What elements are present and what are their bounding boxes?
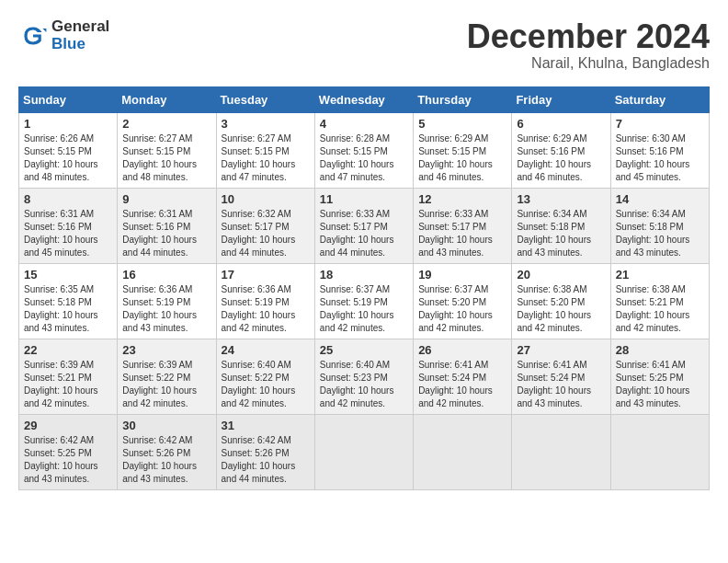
day-info: Sunrise: 6:32 AMSunset: 5:17 PMDaylight:… <box>222 208 310 259</box>
day-number: 25 <box>320 343 408 357</box>
calendar-day-cell: 8Sunrise: 6:31 AMSunset: 5:16 PMDaylight… <box>19 188 118 263</box>
day-info: Sunrise: 6:38 AMSunset: 5:20 PMDaylight:… <box>517 283 605 335</box>
calendar-day-cell: 7Sunrise: 6:30 AMSunset: 5:16 PMDaylight… <box>610 112 709 188</box>
day-info: Sunrise: 6:36 AMSunset: 5:19 PMDaylight:… <box>122 283 210 335</box>
calendar-day-cell: 17Sunrise: 6:36 AMSunset: 5:19 PMDayligh… <box>216 263 314 339</box>
day-number: 4 <box>320 117 408 131</box>
weekday-header-wednesday: Wednesday <box>314 86 413 112</box>
calendar-day-cell: 13Sunrise: 6:34 AMSunset: 5:18 PMDayligh… <box>512 188 610 263</box>
day-number: 2 <box>122 117 210 131</box>
day-info: Sunrise: 6:42 AMSunset: 5:25 PMDaylight:… <box>24 434 112 486</box>
calendar-day-cell: 6Sunrise: 6:29 AMSunset: 5:16 PMDaylight… <box>512 112 610 188</box>
day-number: 18 <box>320 268 408 282</box>
page-container: General Blue December 2024 Narail, Khuln… <box>18 18 710 490</box>
calendar-day-cell: 16Sunrise: 6:36 AMSunset: 5:19 PMDayligh… <box>118 263 216 339</box>
calendar-week-row: 8Sunrise: 6:31 AMSunset: 5:16 PMDaylight… <box>19 188 710 263</box>
calendar-day-cell: 28Sunrise: 6:41 AMSunset: 5:25 PMDayligh… <box>610 339 709 414</box>
calendar-table: SundayMondayTuesdayWednesdayThursdayFrid… <box>18 86 710 490</box>
title-block: December 2024 Narail, Khulna, Bangladesh <box>467 18 710 72</box>
weekday-header-monday: Monday <box>118 86 216 112</box>
weekday-header-tuesday: Tuesday <box>216 86 314 112</box>
weekday-header-friday: Friday <box>512 86 610 112</box>
day-number: 5 <box>418 117 506 131</box>
day-info: Sunrise: 6:39 AMSunset: 5:22 PMDaylight:… <box>122 359 210 410</box>
logo-icon <box>18 21 48 51</box>
day-number: 12 <box>418 192 506 206</box>
day-number: 15 <box>24 268 112 282</box>
header: General Blue December 2024 Narail, Khuln… <box>18 18 710 72</box>
calendar-day-cell: 5Sunrise: 6:29 AMSunset: 5:15 PMDaylight… <box>414 112 512 188</box>
day-number: 24 <box>222 343 310 357</box>
calendar-day-cell: 10Sunrise: 6:32 AMSunset: 5:17 PMDayligh… <box>216 188 314 263</box>
calendar-week-row: 1Sunrise: 6:26 AMSunset: 5:15 PMDaylight… <box>19 112 710 188</box>
calendar-day-cell: 1Sunrise: 6:26 AMSunset: 5:15 PMDaylight… <box>19 112 118 188</box>
weekday-header-saturday: Saturday <box>610 86 709 112</box>
weekday-header-sunday: Sunday <box>19 86 118 112</box>
day-number: 7 <box>616 117 704 131</box>
calendar-day-cell: 14Sunrise: 6:34 AMSunset: 5:18 PMDayligh… <box>610 188 709 263</box>
day-info: Sunrise: 6:37 AMSunset: 5:19 PMDaylight:… <box>320 283 408 335</box>
calendar-day-cell: 15Sunrise: 6:35 AMSunset: 5:18 PMDayligh… <box>19 263 118 339</box>
day-number: 11 <box>320 192 408 206</box>
day-info: Sunrise: 6:40 AMSunset: 5:23 PMDaylight:… <box>320 359 408 410</box>
calendar-day-cell: 2Sunrise: 6:27 AMSunset: 5:15 PMDaylight… <box>118 112 216 188</box>
day-info: Sunrise: 6:42 AMSunset: 5:26 PMDaylight:… <box>222 434 310 486</box>
day-info: Sunrise: 6:39 AMSunset: 5:21 PMDaylight:… <box>24 359 112 410</box>
day-number: 8 <box>24 192 112 206</box>
day-info: Sunrise: 6:41 AMSunset: 5:25 PMDaylight:… <box>616 359 704 410</box>
calendar-empty-cell <box>610 414 709 489</box>
day-info: Sunrise: 6:38 AMSunset: 5:21 PMDaylight:… <box>616 283 704 335</box>
location: Narail, Khulna, Bangladesh <box>467 55 710 72</box>
day-info: Sunrise: 6:26 AMSunset: 5:15 PMDaylight:… <box>24 132 112 184</box>
day-number: 20 <box>517 268 605 282</box>
day-number: 23 <box>122 343 210 357</box>
calendar-day-cell: 11Sunrise: 6:33 AMSunset: 5:17 PMDayligh… <box>314 188 413 263</box>
day-info: Sunrise: 6:29 AMSunset: 5:15 PMDaylight:… <box>418 132 506 184</box>
calendar-day-cell: 22Sunrise: 6:39 AMSunset: 5:21 PMDayligh… <box>19 339 118 414</box>
day-number: 21 <box>616 268 704 282</box>
calendar-empty-cell <box>512 414 610 489</box>
calendar-empty-cell <box>314 414 413 489</box>
logo: General Blue <box>18 18 109 52</box>
calendar-empty-cell <box>414 414 512 489</box>
day-number: 13 <box>517 192 605 206</box>
day-info: Sunrise: 6:40 AMSunset: 5:22 PMDaylight:… <box>222 359 310 410</box>
day-info: Sunrise: 6:27 AMSunset: 5:15 PMDaylight:… <box>222 132 310 184</box>
day-number: 6 <box>517 117 605 131</box>
calendar-day-cell: 24Sunrise: 6:40 AMSunset: 5:22 PMDayligh… <box>216 339 314 414</box>
day-number: 27 <box>517 343 605 357</box>
day-info: Sunrise: 6:31 AMSunset: 5:16 PMDaylight:… <box>122 208 210 259</box>
day-info: Sunrise: 6:27 AMSunset: 5:15 PMDaylight:… <box>122 132 210 184</box>
weekday-header-thursday: Thursday <box>414 86 512 112</box>
day-number: 30 <box>122 419 210 432</box>
calendar-header-row: SundayMondayTuesdayWednesdayThursdayFrid… <box>19 86 710 112</box>
day-info: Sunrise: 6:35 AMSunset: 5:18 PMDaylight:… <box>24 283 112 335</box>
day-info: Sunrise: 6:33 AMSunset: 5:17 PMDaylight:… <box>418 208 506 259</box>
day-number: 26 <box>418 343 506 357</box>
calendar-day-cell: 27Sunrise: 6:41 AMSunset: 5:24 PMDayligh… <box>512 339 610 414</box>
logo-text: General Blue <box>51 18 109 52</box>
calendar-day-cell: 30Sunrise: 6:42 AMSunset: 5:26 PMDayligh… <box>118 414 216 489</box>
calendar-day-cell: 4Sunrise: 6:28 AMSunset: 5:15 PMDaylight… <box>314 112 413 188</box>
calendar-week-row: 15Sunrise: 6:35 AMSunset: 5:18 PMDayligh… <box>19 263 710 339</box>
day-number: 19 <box>418 268 506 282</box>
calendar-day-cell: 21Sunrise: 6:38 AMSunset: 5:21 PMDayligh… <box>610 263 709 339</box>
day-info: Sunrise: 6:41 AMSunset: 5:24 PMDaylight:… <box>418 359 506 410</box>
day-info: Sunrise: 6:28 AMSunset: 5:15 PMDaylight:… <box>320 132 408 184</box>
day-number: 1 <box>24 117 112 131</box>
calendar-day-cell: 29Sunrise: 6:42 AMSunset: 5:25 PMDayligh… <box>19 414 118 489</box>
day-info: Sunrise: 6:42 AMSunset: 5:26 PMDaylight:… <box>122 434 210 486</box>
calendar-day-cell: 3Sunrise: 6:27 AMSunset: 5:15 PMDaylight… <box>216 112 314 188</box>
day-number: 3 <box>222 117 310 131</box>
calendar-day-cell: 19Sunrise: 6:37 AMSunset: 5:20 PMDayligh… <box>414 263 512 339</box>
day-number: 14 <box>616 192 704 206</box>
day-info: Sunrise: 6:37 AMSunset: 5:20 PMDaylight:… <box>418 283 506 335</box>
day-info: Sunrise: 6:36 AMSunset: 5:19 PMDaylight:… <box>222 283 310 335</box>
logo-general: General <box>51 18 109 36</box>
calendar-day-cell: 12Sunrise: 6:33 AMSunset: 5:17 PMDayligh… <box>414 188 512 263</box>
day-info: Sunrise: 6:31 AMSunset: 5:16 PMDaylight:… <box>24 208 112 259</box>
day-number: 16 <box>122 268 210 282</box>
day-number: 10 <box>222 192 310 206</box>
logo-blue: Blue <box>51 36 109 53</box>
day-info: Sunrise: 6:30 AMSunset: 5:16 PMDaylight:… <box>616 132 704 184</box>
